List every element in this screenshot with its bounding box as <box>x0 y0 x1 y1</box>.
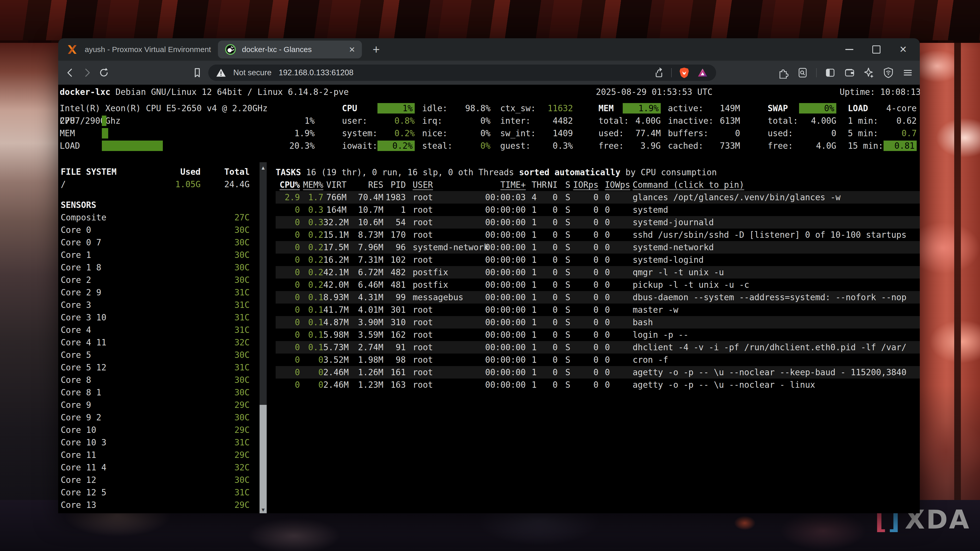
sidebar-scrollbar[interactable]: ▲ ▼ <box>259 162 267 513</box>
task-cell: S <box>558 241 570 254</box>
task-cell: 0 <box>275 316 300 329</box>
cpu-usage-bar <box>102 116 107 126</box>
sensor-row: Core 10 331C <box>61 436 250 449</box>
column-header-res[interactable]: RES <box>347 179 383 191</box>
stat-label: irq: <box>422 114 458 127</box>
url-text: 192.168.0.133:61208 <box>279 68 353 77</box>
tab-search-icon[interactable] <box>797 67 808 79</box>
task-cell: 0 <box>570 241 598 254</box>
task-cell: 0 <box>598 254 628 266</box>
column-header-pid[interactable]: PID <box>383 179 406 191</box>
column-header-user[interactable]: USER <box>406 179 485 191</box>
task-row[interactable]: 002.46M1.23M163root00:00:0010S00agetty -… <box>275 379 920 391</box>
task-cell: 0 <box>545 191 558 203</box>
back-icon[interactable] <box>64 67 76 79</box>
tab-glances[interactable]: docker-lxc - Glances ✕ <box>218 41 362 59</box>
task-cell: postfix <box>406 279 485 291</box>
column-header-thr[interactable]: THR <box>526 179 545 191</box>
share-icon[interactable] <box>653 67 665 79</box>
reload-icon[interactable] <box>98 67 110 79</box>
minimize-button[interactable] <box>845 49 853 50</box>
browser-toolbar: Not secure 192.168.0.133:61208 <box>58 61 920 85</box>
task-cell: 0 <box>545 229 558 241</box>
column-header-command-click-to-pin[interactable]: Command (click to pin) <box>628 179 920 191</box>
task-cell: 0 <box>275 366 300 379</box>
task-row[interactable]: 00.15.98M3.59M162root00:00:0010S00login … <box>275 329 920 341</box>
brave-shield-icon[interactable] <box>678 67 690 79</box>
task-row[interactable]: 00.332.2M10.6M54root00:00:0010S00systemd… <box>275 216 920 229</box>
task-row[interactable]: 003.52M1.98M98root00:00:0010S00cron -f <box>275 354 920 366</box>
task-row[interactable]: 00.14.87M3.90M310root00:00:0010S00bash <box>275 316 920 329</box>
stat-label: cached: <box>668 140 714 152</box>
task-row[interactable]: 00.242.1M6.72M482postfix00:00:0010S00qmg… <box>275 266 920 279</box>
task-cell: 00:00:00 <box>485 341 526 354</box>
task-row[interactable]: 2.91.7766M70.4M1983root00:00:0340S00glan… <box>275 191 920 203</box>
extensions-puzzle-icon[interactable] <box>777 67 789 79</box>
window-controls: ✕ <box>845 45 911 54</box>
task-cell: 00:00:00 <box>485 316 526 329</box>
task-row[interactable]: 00.215.1M8.73M170root00:00:0010S00sshd /… <box>275 229 920 241</box>
stat-value: 0.2% <box>377 141 415 151</box>
task-cell: 0 <box>598 241 628 254</box>
maximize-button[interactable] <box>872 45 880 54</box>
task-cell: root <box>406 191 485 203</box>
sensor-row: Core 1029C <box>61 424 250 436</box>
cpu-panel-row: CPU1%idle:98.8%ctx_sw:11632 <box>342 102 573 114</box>
task-row[interactable]: 002.46M1.26M161root00:00:0010S00agetty -… <box>275 366 920 379</box>
address-bar[interactable]: Not secure 192.168.0.133:61208 <box>208 65 716 81</box>
sensor-row: Core 1129C <box>61 449 250 461</box>
column-header-mem[interactable]: MEM% <box>300 179 323 191</box>
task-row[interactable]: 00.141.7M4.01M301root00:00:0010S00master… <box>275 303 920 316</box>
glances-page: docker-lxc Debian GNU/Linux 12 64bit / L… <box>58 85 920 513</box>
task-cell: 0 <box>598 203 628 216</box>
filesystem-title: FILE SYSTEM <box>61 165 145 178</box>
scroll-up-icon[interactable]: ▲ <box>259 162 267 173</box>
task-row[interactable]: 00.15.73M2.74M91root00:00:0010S00dhclien… <box>275 341 920 354</box>
column-header-cpu[interactable]: CPU% <box>275 179 300 191</box>
task-row[interactable]: 00.217.5M7.96M96systemd-network00:00:001… <box>275 241 920 254</box>
column-header-virt[interactable]: VIRT <box>323 179 347 191</box>
task-cell: 0 <box>598 303 628 316</box>
task-cell: 0 <box>275 379 300 391</box>
tab-close-icon[interactable]: ✕ <box>349 45 355 54</box>
stat-label: ctx_sw: <box>500 102 536 114</box>
mem-panel: MEM1.9%active:149Mtotal:4.00Ginactive:61… <box>598 102 740 152</box>
column-header-time[interactable]: TIME+ <box>485 179 526 191</box>
load-panel: LOAD4-core1 min:0.625 min:0.715 min:0.81 <box>848 102 917 152</box>
task-cell: 54 <box>383 216 406 229</box>
sensor-row: Core 830C <box>61 374 250 386</box>
menu-hamburger-icon[interactable] <box>902 67 914 79</box>
task-row[interactable]: 00.3164M10.7M1root00:00:0010S00systemd <box>275 203 920 216</box>
leo-ai-sparkle-icon[interactable] <box>863 67 875 79</box>
task-cell: 4 <box>526 191 545 203</box>
tab-proxmox[interactable]: ayush - Proxmox Virtual Environment <box>64 38 211 61</box>
wallpaper-left <box>0 0 59 551</box>
scroll-down-icon[interactable]: ▼ <box>259 507 267 513</box>
task-cell: 0 <box>570 341 598 354</box>
task-cell: 0 <box>545 216 558 229</box>
wallet-icon[interactable] <box>844 67 856 79</box>
task-cell: 17.5M <box>323 241 347 254</box>
task-cell: 0 <box>570 316 598 329</box>
task-cell: dbus-daemon --system --address=systemd: … <box>628 291 920 303</box>
window-close-button[interactable]: ✕ <box>899 45 907 54</box>
column-header-ni[interactable]: NI <box>545 179 558 191</box>
task-cell: S <box>558 203 570 216</box>
sidebar-icon[interactable] <box>824 67 836 79</box>
task-row[interactable]: 00.216.2M7.31M102root00:00:0010S00system… <box>275 254 920 266</box>
column-header-s[interactable]: S <box>558 179 570 191</box>
task-row[interactable]: 00.242.0M6.46M481postfix00:00:0010S00pic… <box>275 279 920 291</box>
new-tab-button[interactable]: + <box>372 43 380 56</box>
column-header-iowps[interactable]: IOWps <box>598 179 628 191</box>
column-header-iorps[interactable]: IORps <box>570 179 598 191</box>
task-cell: 0 <box>598 229 628 241</box>
stat-label: LOAD <box>848 102 883 114</box>
task-row[interactable]: 00.18.93M4.31M99messagebus00:00:0010S00d… <box>275 291 920 303</box>
task-cell: 0 <box>598 291 628 303</box>
forward-icon[interactable] <box>81 67 93 79</box>
bookmark-icon[interactable] <box>191 67 203 79</box>
mem-usage-row: MEM1.9% <box>60 127 315 140</box>
brave-rewards-icon[interactable] <box>697 67 708 79</box>
scrollbar-thumb[interactable]: ▼ <box>259 405 267 513</box>
vpn-shield-icon[interactable] <box>883 67 894 79</box>
